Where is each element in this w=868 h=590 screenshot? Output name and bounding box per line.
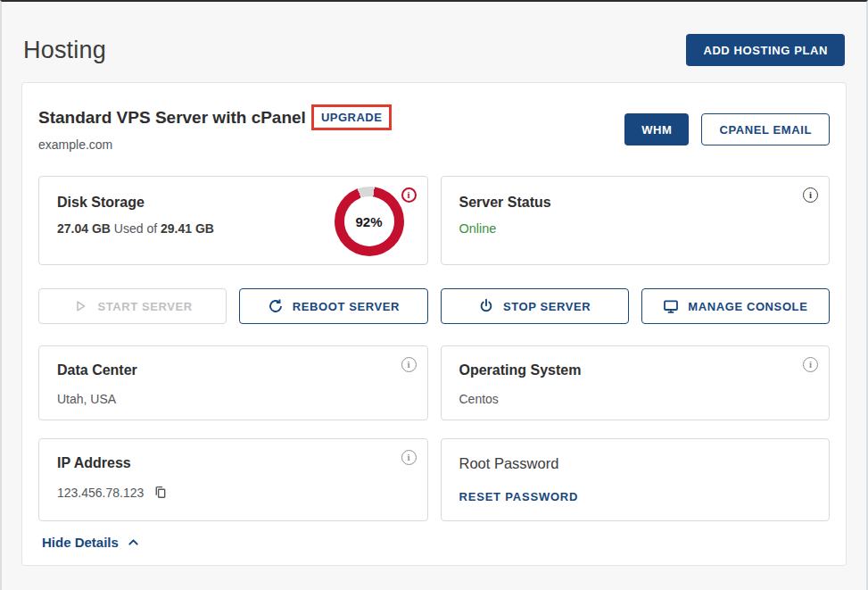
upgrade-link[interactable]: UPGRADE [311,104,393,130]
plan-domain: example.com [38,137,392,152]
server-status-value: Online [459,221,812,236]
data-center-value: Utah, USA [57,392,409,406]
disk-usage-middle-text: Used of [111,221,161,236]
manage-console-button[interactable]: MANAGE CONSOLE [641,288,830,324]
info-icon[interactable]: i [401,187,417,203]
ip-address-value: 123.456.78.123 [57,486,144,500]
add-hosting-plan-button[interactable]: ADD HOSTING PLAN [686,34,845,66]
disk-usage-percent: 92% [355,214,382,229]
server-status-title: Server Status [459,195,812,211]
disk-storage-card: Disk Storage 27.04 GB Used of 29.41 GB 9… [38,176,428,265]
hosting-page: Hosting ADD HOSTING PLAN Standard VPS Se… [0,0,868,590]
plan-header: Standard VPS Server with cPanel UPGRADE … [38,104,830,152]
disk-usage-donut: 92% [335,187,404,256]
data-center-card: Data Center Utah, USA i [38,345,428,420]
operating-system-value: Centos [459,392,812,406]
reboot-server-label: REBOOT SERVER [293,300,400,313]
plan-buttons: WHM CPANEL EMAIL [624,113,830,145]
reset-password-link[interactable]: RESET PASSWORD [459,490,579,503]
root-password-title: Root Password [459,455,812,472]
info-icon[interactable]: i [401,450,417,465]
page-header: Hosting ADD HOSTING PLAN [2,34,866,66]
details-row-2: IP Address 123.456.78.123 i Root Passwor… [38,438,830,521]
chevron-up-icon [127,536,140,549]
stop-server-button[interactable]: STOP SERVER [441,288,629,324]
info-icon[interactable]: i [803,187,818,203]
server-status-card: Server Status Online i [441,176,831,265]
info-icon[interactable]: i [803,357,818,372]
root-password-card: Root Password RESET PASSWORD [441,438,831,521]
reboot-server-button[interactable]: REBOOT SERVER [239,288,427,324]
play-icon [72,298,88,314]
stop-server-label: STOP SERVER [503,300,591,313]
ip-address-title: IP Address [57,455,409,471]
plan-title: Standard VPS Server with cPanel [38,108,306,128]
data-center-title: Data Center [57,362,409,378]
whm-button[interactable]: WHM [624,113,689,145]
plan-info: Standard VPS Server with cPanel UPGRADE … [38,104,392,152]
refresh-icon [268,298,284,314]
server-actions: START SERVER REBOOT SERVER STOP SERVER M… [38,288,830,324]
page-title: Hosting [23,37,106,64]
hide-details-toggle[interactable]: Hide Details [38,535,140,550]
console-icon [663,298,679,314]
disk-total-value: 29.41 GB [161,221,214,236]
details-row-1: Data Center Utah, USA i Operating System… [38,345,830,420]
start-server-button[interactable]: START SERVER [38,288,227,324]
operating-system-title: Operating System [459,362,812,378]
power-icon [478,298,494,314]
hosting-plan-card: Standard VPS Server with cPanel UPGRADE … [21,82,847,566]
start-server-label: START SERVER [97,300,192,313]
copy-icon[interactable] [153,485,168,500]
info-icon[interactable]: i [401,357,417,372]
disk-used-value: 27.04 GB [57,221,111,236]
operating-system-card: Operating System Centos i [441,345,831,420]
stats-row: Disk Storage 27.04 GB Used of 29.41 GB 9… [38,176,830,265]
ip-address-card: IP Address 123.456.78.123 i [38,438,428,521]
hide-details-label: Hide Details [42,535,119,550]
manage-console-label: MANAGE CONSOLE [688,300,807,313]
cpanel-email-button[interactable]: CPANEL EMAIL [701,113,830,145]
